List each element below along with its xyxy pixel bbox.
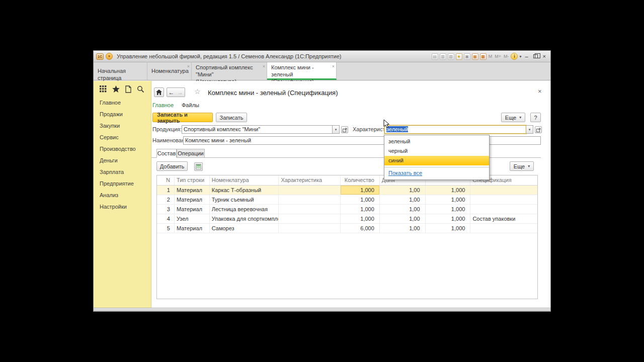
- memory-m-button[interactable]: M: [488, 54, 493, 59]
- home-button[interactable]: [154, 87, 164, 97]
- memory-mplus-button[interactable]: M+: [494, 54, 502, 59]
- tab-start-page[interactable]: Начальная страница: [94, 62, 147, 80]
- add-row-button[interactable]: Добавить: [156, 161, 188, 171]
- cell-quantity[interactable]: 1,000: [341, 195, 380, 204]
- cell-spec[interactable]: [470, 205, 537, 214]
- cell-nomenclature[interactable]: Саморез: [210, 224, 279, 233]
- cell-row-type[interactable]: Материал: [175, 224, 210, 233]
- cell-characteristic[interactable]: [279, 214, 341, 223]
- forward-button[interactable]: →: [176, 87, 185, 97]
- table-row[interactable]: 2 Материал Турник съемный 1,000 1,00 1,0…: [157, 195, 537, 205]
- characteristic-open-button[interactable]: [535, 126, 542, 133]
- cell-spec[interactable]: [470, 195, 537, 204]
- cell-num[interactable]: 1: [157, 186, 175, 195]
- product-dropdown-button[interactable]: ▾: [333, 125, 340, 134]
- minimize-button[interactable]: –: [523, 53, 530, 60]
- cell-share[interactable]: 1,00: [380, 195, 426, 204]
- cell-share[interactable]: 1,00: [380, 224, 426, 233]
- calculator-icon[interactable]: ▩: [480, 53, 487, 60]
- info-icon[interactable]: i: [511, 53, 518, 60]
- form-nav-main[interactable]: Главное: [152, 102, 174, 108]
- memory-mminus-button[interactable]: M-: [503, 54, 510, 59]
- search-icon[interactable]: [137, 85, 144, 93]
- cell-spec[interactable]: [470, 224, 537, 233]
- cell-quantity[interactable]: 6,000: [341, 224, 380, 233]
- cell-nomenclature[interactable]: Турник съемный: [210, 195, 279, 204]
- table-more-button[interactable]: Еще ▾: [510, 161, 534, 171]
- cell-quantity-selected[interactable]: 1,000: [341, 186, 380, 195]
- cell-coefficient[interactable]: 1,000: [426, 224, 471, 233]
- cell-share[interactable]: 1,00: [380, 214, 426, 223]
- cell-row-type[interactable]: Материал: [175, 186, 210, 195]
- cell-coefficient[interactable]: 1,000: [426, 186, 471, 195]
- dropdown-option[interactable]: зеленый: [384, 137, 489, 146]
- form-nav-files[interactable]: Файлы: [182, 102, 199, 108]
- cell-characteristic[interactable]: [279, 224, 341, 233]
- table-row[interactable]: 5 Материал Саморез 6,000 1,00 1,000: [157, 224, 537, 233]
- sidebar-item-service[interactable]: Сервис: [94, 132, 151, 143]
- characteristic-input[interactable]: зеленый: [384, 125, 526, 134]
- cell-nomenclature[interactable]: Упаковка для спорткомпле…: [210, 214, 279, 223]
- preview-icon[interactable]: ▧: [448, 53, 454, 60]
- dropdown-option-highlighted[interactable]: синий: [384, 156, 489, 165]
- favorites-star-icon[interactable]: ★: [456, 53, 462, 60]
- tab-compound[interactable]: Состав: [156, 149, 177, 158]
- more-button[interactable]: Еще ▾: [501, 113, 525, 122]
- cell-nomenclature[interactable]: Каркас Т-образный: [210, 186, 279, 195]
- cell-row-type[interactable]: Узел: [175, 214, 210, 223]
- save-icon[interactable]: ▤: [432, 53, 438, 60]
- table-row[interactable]: 3 Материал Лестница веревочная 1,000 1,0…: [157, 205, 537, 214]
- cell-quantity[interactable]: 1,000: [341, 205, 380, 214]
- window-close-button[interactable]: ×: [541, 53, 548, 60]
- sidebar-item-money[interactable]: Деньги: [94, 155, 151, 166]
- cell-num[interactable]: 5: [157, 224, 175, 233]
- tab-close-icon[interactable]: ×: [332, 63, 335, 70]
- checkbox-icon[interactable]: ▣: [464, 53, 470, 60]
- cell-num[interactable]: 2: [157, 195, 175, 204]
- dropdown-option[interactable]: черный: [384, 146, 489, 156]
- col-header[interactable]: Номенклатура: [210, 175, 279, 185]
- save-and-close-button[interactable]: Записать и закрыть: [152, 113, 213, 122]
- change-composition-button[interactable]: [194, 162, 203, 171]
- cell-share[interactable]: 1,00: [380, 205, 426, 214]
- menu-grid-icon[interactable]: [100, 85, 107, 93]
- tab-close-icon[interactable]: ×: [187, 63, 190, 70]
- calendar-icon[interactable]: ▦: [472, 53, 478, 60]
- tab-nomenclature[interactable]: Номенклатура ×: [147, 62, 192, 80]
- cell-row-type[interactable]: Материал: [175, 205, 210, 214]
- favorites-star-icon[interactable]: [112, 85, 120, 93]
- cell-coefficient[interactable]: 1,000: [426, 205, 471, 214]
- back-button[interactable]: ←: [167, 87, 176, 97]
- characteristic-dropdown-button[interactable]: ▾: [526, 125, 533, 134]
- cell-num[interactable]: 3: [157, 205, 175, 214]
- sidebar-item-enterprise[interactable]: Предприятие: [94, 178, 151, 190]
- main-menu-button[interactable]: ▾: [106, 53, 113, 60]
- sidebar-item-sales[interactable]: Продажи: [94, 109, 151, 120]
- show-all-link[interactable]: Показать все: [384, 168, 489, 178]
- form-close-button[interactable]: ×: [538, 87, 542, 95]
- cell-quantity[interactable]: 1,000: [341, 214, 380, 223]
- col-header[interactable]: Тип строки: [175, 175, 210, 185]
- cell-share[interactable]: 1,00: [380, 186, 426, 195]
- favorite-toggle-star-icon[interactable]: ☆: [194, 87, 201, 96]
- sidebar-item-purchases[interactable]: Закупки: [94, 120, 151, 132]
- restore-button[interactable]: [533, 54, 538, 58]
- info-dropdown-icon[interactable]: ▾: [519, 54, 521, 59]
- sidebar-item-production[interactable]: Производство: [94, 143, 151, 155]
- cell-characteristic[interactable]: [279, 195, 341, 204]
- tab-sport-complex[interactable]: Спортивный комплекс "Мини" (Номенклатура…: [192, 62, 267, 80]
- cell-nomenclature[interactable]: Лестница веревочная: [210, 205, 279, 214]
- product-open-button[interactable]: [341, 126, 348, 133]
- table-row[interactable]: 1 Материал Каркас Т-образный 1,000 1,00 …: [157, 186, 537, 195]
- col-header[interactable]: N: [157, 175, 175, 185]
- sidebar-item-settings[interactable]: Настройки: [94, 201, 151, 213]
- sidebar-item-analysis[interactable]: Анализ: [94, 190, 151, 201]
- help-button[interactable]: ?: [530, 113, 541, 122]
- cell-row-type[interactable]: Материал: [175, 195, 210, 204]
- print-icon[interactable]: ▥: [440, 53, 446, 60]
- sidebar-item-main[interactable]: Главное: [94, 97, 151, 109]
- cell-spec[interactable]: Состав упаковки: [470, 214, 537, 223]
- sidebar-item-salary[interactable]: Зарплата: [94, 166, 151, 178]
- cell-coefficient[interactable]: 1,000: [426, 214, 471, 223]
- tab-operations[interactable]: Операции: [177, 149, 205, 158]
